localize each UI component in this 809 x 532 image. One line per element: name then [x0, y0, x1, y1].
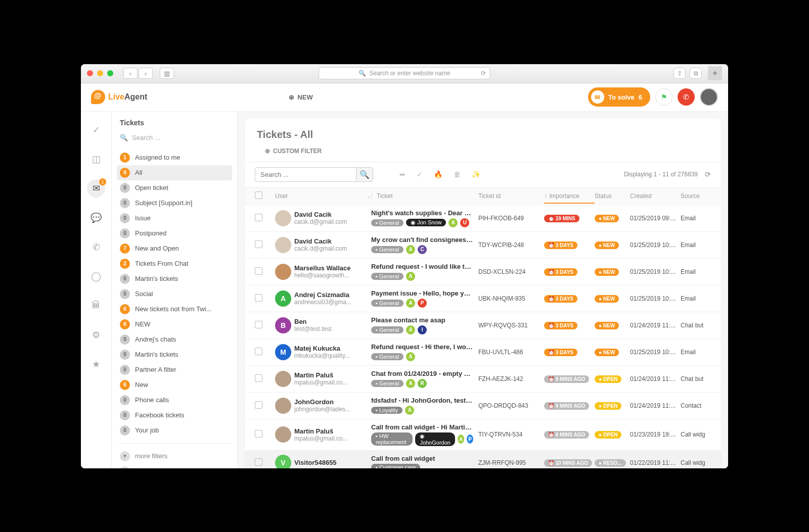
new-tab-button[interactable]: +	[708, 66, 722, 80]
ticket-id: TIY-QTRVN-534	[478, 431, 544, 438]
user-avatar[interactable]	[700, 88, 718, 106]
row-checkbox[interactable]	[255, 458, 262, 466]
sidebar-filter[interactable]: 0Postponed	[117, 226, 232, 241]
sidebar-filter[interactable]: 0Andrej's chats	[117, 332, 232, 347]
sidebar-filter[interactable]: 0Social	[117, 286, 232, 302]
row-checkbox[interactable]	[255, 374, 262, 382]
table-row[interactable]: David Cacikcacik.d@gmail.com My crow can…	[245, 232, 721, 259]
wand-action-icon[interactable]: ✨	[470, 168, 482, 180]
tabs-icon[interactable]: ⧉	[690, 68, 702, 79]
source: Email	[681, 215, 711, 222]
rail-star-icon[interactable]: ★	[87, 355, 105, 373]
share-icon[interactable]: ⇪	[673, 68, 686, 79]
sidebar-filter[interactable]: 6New tickets not from Twi...	[117, 302, 232, 317]
sidebar-filter[interactable]: 1Assigned to me	[117, 150, 232, 165]
row-checkbox[interactable]	[255, 430, 262, 438]
row-checkbox[interactable]	[255, 240, 262, 248]
sidebar-filter[interactable]: 0Partner A filter	[117, 362, 232, 377]
user-avatar: M	[275, 344, 291, 360]
department-tag: ▪ General	[371, 380, 403, 387]
rail-mail-icon[interactable]: ✉1	[87, 179, 105, 198]
rail-dashboard-icon[interactable]: ◫	[87, 150, 105, 168]
col-user[interactable]: User ⌄	[275, 192, 371, 200]
sidebar-filter[interactable]: 0Martin's tickets	[117, 271, 232, 286]
rail-chat-icon[interactable]: 💬	[87, 209, 105, 227]
status-pill: ● RESO...	[595, 459, 626, 467]
table-row[interactable]: A Andrej Csizmadiaandrewcsi03@gma... Pay…	[245, 285, 721, 312]
table-row[interactable]: Martin Palušmpalus@gmail.co... Call from…	[245, 419, 721, 451]
refresh-icon[interactable]: ⟳	[705, 170, 711, 178]
table-row[interactable]: M Matej Kukuckamkukucka@quality... Refun…	[245, 339, 721, 366]
col-source[interactable]: Source	[681, 192, 711, 200]
sidebar-filter[interactable]: 6New	[117, 377, 232, 393]
table-row[interactable]: V Visitor548655 Call from call widget ▪ …	[245, 451, 721, 468]
sidebar-toggle[interactable]: ▥	[160, 68, 174, 79]
table-row[interactable]: B Bentest@test.test Please contact me as…	[245, 312, 721, 339]
user-name: Visitor548655	[294, 459, 371, 466]
search-button[interactable]: 🔍	[356, 167, 373, 182]
minimize-window[interactable]	[97, 70, 103, 76]
row-checkbox[interactable]	[255, 214, 262, 221]
rail-gear-icon[interactable]: ⚙	[87, 326, 105, 344]
sort-arrow-icon: ↑	[544, 192, 547, 200]
select-all-checkbox[interactable]	[255, 191, 262, 199]
sidebar-filter[interactable]: 7New and Open	[117, 241, 232, 256]
table-row[interactable]: David Cacikcacik.d@gmail.com Night's wat…	[245, 205, 721, 232]
maximize-window[interactable]	[107, 70, 113, 76]
custom-filter-button[interactable]: ⊕ CUSTOM FILTER	[245, 144, 721, 162]
phone-button[interactable]: ✆	[678, 88, 695, 106]
user-avatar	[275, 210, 291, 226]
url-bar[interactable]: 🔍 Search or enter website name ⟳	[319, 67, 490, 79]
sidebar-filter[interactable]: 9All	[117, 165, 232, 180]
rail-bank-icon[interactable]: 🏛	[87, 297, 105, 315]
back-button[interactable]: ‹	[123, 68, 138, 79]
sidebar-filter[interactable]: 6NEW	[117, 317, 232, 332]
col-status[interactable]: Status	[595, 192, 630, 200]
forward-action-icon[interactable]: ➦	[397, 168, 408, 180]
row-checkbox[interactable]	[255, 401, 262, 409]
forward-button[interactable]: ›	[139, 68, 153, 79]
user-avatar	[275, 264, 291, 280]
ticket-subject: Chat from 01/24/2019 - empty chat	[371, 370, 473, 377]
row-checkbox[interactable]	[255, 267, 262, 275]
importance-pill: ⏰ 8 MINS AGO	[544, 431, 589, 439]
rail-phone-icon[interactable]: ✆	[87, 238, 105, 256]
table-row[interactable]: Martin Palušmpalus@gmail.co... Chat from…	[245, 366, 721, 393]
new-button[interactable]: ⊕ NEW	[289, 93, 312, 101]
sidebar-filter[interactable]: 0Subject [Support.in]	[117, 196, 232, 211]
table-row[interactable]: JohnGordonjohngordon@lades... fdsfadsf -…	[245, 393, 721, 419]
row-checkbox[interactable]	[255, 294, 262, 302]
col-ticket[interactable]: Ticket	[371, 192, 478, 200]
sidebar-filter[interactable]: 2Tickets From Chat	[117, 256, 232, 271]
sidebar-search[interactable]: 🔍 Search ...	[117, 132, 232, 144]
resolve-action-icon[interactable]: ✓	[415, 168, 425, 180]
rail-loading-icon[interactable]: ◯	[87, 267, 105, 285]
sidebar-filter[interactable]: 0Issue	[117, 211, 232, 226]
flag-button[interactable]: ⚑	[655, 88, 672, 106]
col-id[interactable]: Ticket id	[478, 192, 544, 200]
table-row[interactable]: Marsellus Wallacehello@saasgrowth... Ref…	[245, 259, 721, 285]
flame-action-icon[interactable]: 🔥	[432, 168, 444, 180]
col-importance[interactable]: ↑Importance	[544, 192, 595, 204]
sidebar-filter[interactable]: 0Martin's tickets	[117, 347, 232, 362]
tag-badge: C	[418, 245, 427, 254]
close-window[interactable]	[87, 70, 93, 76]
logo[interactable]: LiveAgent	[91, 90, 147, 104]
more-filters[interactable]: ▾ more filters	[117, 449, 232, 464]
sidebar-filter[interactable]: 0Facebook tickets	[117, 408, 232, 423]
col-created[interactable]: Created	[630, 192, 681, 200]
row-checkbox[interactable]	[255, 321, 262, 328]
rail-check-icon[interactable]: ✓	[87, 121, 105, 139]
table-search-input[interactable]	[255, 167, 356, 182]
create-filter[interactable]: + create	[117, 464, 232, 468]
user-avatar: B	[275, 317, 291, 333]
sidebar-filter[interactable]: 0Your job	[117, 423, 232, 438]
filter-count-badge: 6	[120, 304, 130, 314]
sidebar-filter[interactable]: 0Open ticket	[117, 180, 232, 196]
sidebar-filter[interactable]: 0Phone calls	[117, 393, 232, 408]
delete-action-icon[interactable]: 🗑	[452, 168, 463, 180]
to-solve-pill[interactable]: ✉ To solve 6	[588, 87, 650, 107]
row-checkbox[interactable]	[255, 348, 262, 355]
reload-icon[interactable]: ⟳	[481, 70, 486, 77]
ticket-subject: Call from call widget	[371, 455, 473, 462]
